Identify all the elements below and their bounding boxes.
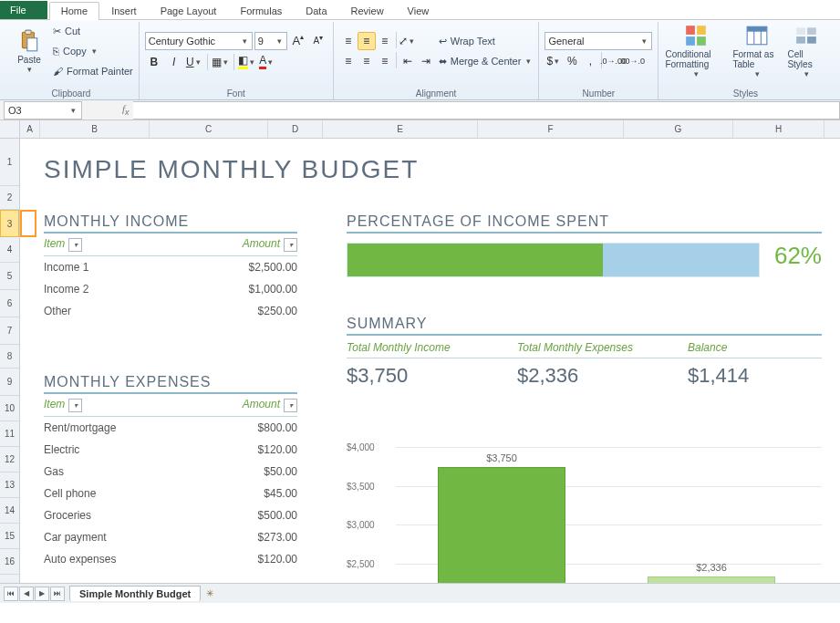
column-headers: ABCDEFGH: [20, 120, 840, 139]
filter-button[interactable]: ▾: [284, 238, 297, 252]
name-box[interactable]: O3▾: [4, 101, 82, 119]
format-as-table-button[interactable]: Format as Table▾: [731, 22, 783, 80]
col-header[interactable]: C: [150, 120, 268, 138]
chart-bar-label: $2,336: [648, 562, 775, 573]
row-header[interactable]: 11: [0, 421, 19, 447]
tab-data[interactable]: Data: [294, 2, 338, 19]
col-header[interactable]: H: [733, 120, 824, 138]
select-all-corner[interactable]: [0, 120, 20, 139]
scissors-icon: ✂: [53, 26, 61, 37]
shrink-font-button[interactable]: A▾: [309, 32, 327, 50]
table-row[interactable]: Cell phone$45.00: [44, 483, 297, 504]
accounting-button[interactable]: $▾: [544, 52, 563, 70]
row-header[interactable]: 8: [0, 345, 19, 369]
bold-button[interactable]: B: [145, 53, 163, 71]
col-header[interactable]: A: [20, 120, 40, 138]
sheet-nav-last[interactable]: ⏭: [50, 587, 65, 601]
table-row[interactable]: Car payment$273.00: [44, 526, 297, 548]
table-row[interactable]: Rent/mortgage$800.00: [44, 417, 297, 439]
col-header[interactable]: B: [40, 120, 150, 138]
row-header[interactable]: 15: [0, 524, 19, 549]
paste-button[interactable]: Paste▾: [9, 22, 49, 80]
comma-button[interactable]: ,: [581, 52, 599, 70]
align-top-button[interactable]: ≡: [339, 32, 358, 50]
row-header[interactable]: 16: [0, 549, 19, 575]
conditional-formatting-button[interactable]: Conditional Formatting▾: [664, 22, 728, 80]
copy-button[interactable]: ⎘Copy▾: [53, 42, 133, 60]
sheet-tab[interactable]: Simple Monthly Budget: [69, 586, 201, 601]
borders-button[interactable]: ▦▾: [212, 53, 230, 71]
cell-styles-button[interactable]: Cell Styles▾: [786, 22, 826, 80]
table-row[interactable]: Income 1$2,500.00: [44, 256, 297, 278]
tab-view[interactable]: View: [396, 2, 441, 19]
font-name-select[interactable]: Century Gothic▾: [145, 32, 253, 50]
tab-review[interactable]: Review: [339, 2, 396, 19]
table-row[interactable]: Gas$50.00: [44, 461, 297, 483]
formula-input[interactable]: [133, 101, 840, 119]
tab-insert[interactable]: Insert: [99, 2, 149, 19]
tab-page-layout[interactable]: Page Layout: [149, 2, 229, 19]
decrease-decimal-button[interactable]: .00→.0: [622, 52, 640, 70]
table-row[interactable]: Income 2$1,000.00: [44, 278, 297, 300]
row-header[interactable]: 4: [0, 237, 19, 263]
table-row[interactable]: Electric$120.00: [44, 439, 297, 461]
tab-formulas[interactable]: Formulas: [228, 2, 294, 19]
number-format-select[interactable]: General▾: [544, 32, 652, 50]
row-header[interactable]: 6: [0, 290, 19, 317]
filter-button[interactable]: ▾: [68, 399, 82, 412]
file-tab[interactable]: File ▾: [0, 1, 47, 19]
sheet-canvas[interactable]: SIMPLE MONTHLY BUDGET MONTHLY INCOME Ite…: [20, 139, 840, 603]
merge-center-button[interactable]: ⬌Merge & Center▾: [439, 52, 534, 70]
group-label: Font: [145, 88, 327, 99]
italic-button[interactable]: I: [165, 53, 183, 71]
align-middle-button[interactable]: ≡: [358, 32, 376, 50]
font-color-button[interactable]: A▾: [258, 53, 276, 71]
format-painter-button[interactable]: 🖌Format Painter: [53, 62, 133, 80]
decrease-indent-button[interactable]: ⇤: [399, 52, 417, 70]
col-header[interactable]: F: [478, 120, 624, 138]
row-header[interactable]: 7: [0, 317, 19, 345]
fill-color-button[interactable]: ◧▾: [238, 53, 256, 71]
filter-button[interactable]: ▾: [284, 399, 297, 412]
insert-sheet-icon[interactable]: ✳: [206, 588, 213, 598]
cut-button[interactable]: ✂Cut: [53, 22, 133, 40]
tab-home[interactable]: Home: [49, 2, 99, 20]
row-header[interactable]: 14: [0, 498, 19, 524]
col-header[interactable]: E: [323, 120, 478, 138]
align-right-button[interactable]: ≡: [376, 52, 394, 70]
sheet-nav-first[interactable]: ⏮: [4, 587, 18, 601]
col-header[interactable]: G: [624, 120, 733, 138]
paste-icon: [17, 29, 41, 53]
pct-bar: [347, 243, 760, 277]
orientation-button[interactable]: ⤢▾: [399, 32, 417, 50]
table-row[interactable]: Other$250.00: [44, 300, 297, 322]
sheet-nav-next[interactable]: ▶: [35, 587, 49, 601]
summary-val-balance: $1,414: [688, 364, 822, 388]
font-size-select[interactable]: 9▾: [254, 32, 287, 50]
row-header[interactable]: 3: [0, 210, 19, 237]
wrap-text-button[interactable]: ↩Wrap Text: [439, 32, 534, 50]
row-header[interactable]: 1: [0, 139, 19, 186]
align-center-button[interactable]: ≡: [358, 52, 376, 70]
align-left-button[interactable]: ≡: [339, 52, 358, 70]
cond-fmt-icon: [684, 24, 708, 47]
underline-button[interactable]: U▾: [185, 53, 203, 71]
table-row[interactable]: Groceries$500.00: [44, 504, 297, 526]
row-header[interactable]: 12: [0, 447, 19, 472]
percent-button[interactable]: %: [563, 52, 581, 70]
row-header[interactable]: 13: [0, 472, 19, 498]
increase-indent-button[interactable]: ⇥: [417, 52, 435, 70]
row-header[interactable]: 2: [0, 186, 19, 210]
row-header[interactable]: 5: [0, 263, 19, 290]
row-header[interactable]: 9: [0, 369, 19, 396]
group-label: Styles: [664, 88, 826, 99]
col-header[interactable]: D: [268, 120, 323, 138]
cell-styles-icon: [794, 24, 818, 47]
sheet-nav-prev[interactable]: ◀: [19, 587, 34, 601]
filter-button[interactable]: ▾: [68, 238, 82, 252]
fx-icon[interactable]: fx: [122, 103, 130, 117]
table-row[interactable]: Auto expenses$120.00: [44, 548, 297, 570]
grow-font-button[interactable]: A▴: [289, 32, 307, 50]
row-header[interactable]: 10: [0, 396, 19, 421]
align-bottom-button[interactable]: ≡: [376, 32, 394, 50]
